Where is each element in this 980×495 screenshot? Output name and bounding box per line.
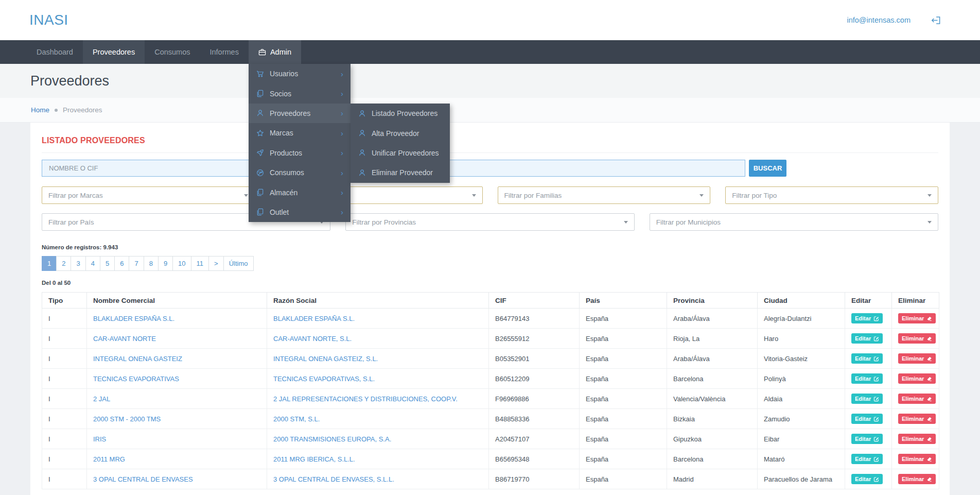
table-row: IIRIS2000 TRANSMISIONES EUROPA, S.A.A204…: [42, 429, 939, 449]
delete-button[interactable]: Eliminar: [898, 394, 936, 404]
cell-razon-social: CAR-AVANT NORTE, S.L.: [267, 329, 489, 349]
page-last[interactable]: Último: [223, 256, 254, 271]
filter-marcas[interactable]: Filtrar por Marcas: [42, 186, 255, 204]
nav-item-proveedores[interactable]: Proveedores: [83, 40, 145, 64]
delete-button[interactable]: Eliminar: [898, 454, 936, 464]
cell-razon-social-link[interactable]: 2000 TRANSMISIONES EUROPA, S.A.: [273, 435, 391, 443]
eraser-icon: [926, 476, 932, 482]
cell-nombre-comercial-link[interactable]: 3 OPAL CENTRAL DE ENVASES: [93, 475, 193, 483]
edit-button[interactable]: Editar: [851, 474, 883, 484]
caret-down-icon: [927, 194, 932, 197]
cell-razon-social-link[interactable]: BLAKLADER ESPAÑA S.L.: [273, 315, 355, 322]
delete-button[interactable]: Eliminar: [898, 313, 936, 323]
cell-razon-social-link[interactable]: 3 OPAL CENTRAL DE ENVASES, S.L.L.: [273, 475, 394, 483]
cell-razon-social-link[interactable]: 2011 MRG IBERICA, S.L.L.: [273, 455, 355, 463]
filter-familias[interactable]: Filtrar por Familias: [498, 186, 711, 204]
edit-button[interactable]: Editar: [851, 333, 883, 344]
cell-nombre-comercial-link[interactable]: 2000 STM - 2000 TMS: [93, 415, 161, 423]
page-6[interactable]: 6: [114, 256, 129, 271]
page-10[interactable]: 10: [172, 256, 191, 271]
delete-button[interactable]: Eliminar: [898, 353, 936, 364]
filter-provincias[interactable]: Filtrar por Provincias: [345, 213, 634, 231]
delete-button[interactable]: Eliminar: [898, 414, 936, 424]
nav-item-informes[interactable]: Informes: [200, 40, 248, 64]
edit-button[interactable]: Editar: [851, 353, 883, 364]
search-button[interactable]: BUSCAR: [749, 160, 786, 177]
copy-icon: [256, 189, 265, 196]
filter-tipo[interactable]: Filtrar por Tipo: [725, 186, 938, 204]
cell-nombre-comercial: 2 JAL: [87, 389, 267, 409]
page-4[interactable]: 4: [85, 256, 100, 271]
user-email: info@intensas.com: [847, 16, 911, 24]
page-2[interactable]: 2: [56, 256, 71, 271]
cell-razon-social-link[interactable]: CAR-AVANT NORTE, S.L.: [273, 335, 352, 343]
page-next[interactable]: >: [208, 256, 224, 271]
page-7[interactable]: 7: [129, 256, 144, 271]
cell-razon-social-link[interactable]: 2000 STM, S.L.: [273, 415, 320, 423]
menu-item-socios[interactable]: Socios›: [249, 83, 351, 103]
delete-button[interactable]: Eliminar: [898, 474, 936, 484]
menu-item-proveedores[interactable]: Proveedores›: [249, 104, 351, 123]
nav-item-dashboard[interactable]: Dashboard: [27, 40, 83, 64]
cell-nombre-comercial-link[interactable]: 2 JAL: [93, 395, 110, 403]
providers-table: TipoNombre ComercialRazón SocialCIFPaísP…: [42, 292, 939, 489]
column-header-cif: CIF: [489, 293, 580, 309]
delete-button[interactable]: Eliminar: [898, 333, 936, 344]
cell-razon-social-link[interactable]: 2 JAL REPRESENTACIONES Y DISTRIBUCIONES,…: [273, 395, 458, 403]
copy-icon: [256, 208, 265, 216]
menu-item-consumos[interactable]: Consumos›: [249, 163, 351, 182]
edit-button[interactable]: Editar: [851, 373, 883, 384]
menu-item-outlet[interactable]: Outlet›: [249, 202, 351, 222]
app-logo[interactable]: INASI: [29, 12, 68, 28]
edit-button[interactable]: Editar: [851, 414, 883, 424]
filter-municipios[interactable]: Filtrar por Municipios: [650, 213, 938, 231]
submenu-item-listado-proveedores[interactable]: Listado Proveedores: [351, 104, 450, 123]
edit-button[interactable]: Editar: [851, 454, 883, 464]
cell-provincia: Gipuzkoa: [667, 429, 758, 449]
cell-razon-social-link[interactable]: INTEGRAL ONENA GASTEIZ, S.L.: [273, 355, 378, 363]
cell-nombre-comercial-link[interactable]: BLAKLADER ESPAÑA S.L.: [93, 315, 174, 322]
cell-nombre-comercial-link[interactable]: TECNICAS EVAPORATIVAS: [93, 375, 179, 383]
nav-item-label: Proveedores: [93, 48, 135, 56]
delete-button[interactable]: Eliminar: [898, 434, 936, 444]
page-11[interactable]: 11: [191, 256, 209, 271]
delete-button[interactable]: Eliminar: [898, 373, 936, 384]
nav-item-consumos[interactable]: Consumos: [145, 40, 200, 64]
delete-button-label: Eliminar: [902, 335, 924, 342]
cell-nombre-comercial-link[interactable]: INTEGRAL ONENA GASTEIZ: [93, 355, 182, 363]
cell-ciudad: Mataró: [758, 449, 845, 469]
logout-icon[interactable]: [931, 15, 941, 25]
edit-button[interactable]: Editar: [851, 394, 883, 404]
edit-icon: [873, 416, 879, 422]
cell-nombre-comercial-link[interactable]: IRIS: [93, 435, 106, 443]
edit-button[interactable]: Editar: [851, 313, 883, 323]
menu-item-usuarios[interactable]: Usuarios›: [249, 64, 351, 83]
menu-item-marcas[interactable]: Marcas›: [249, 123, 351, 143]
menu-item-almacen[interactable]: Almacén›: [249, 182, 351, 202]
submenu-item-alta-proveedor[interactable]: Alta Proveedor: [351, 123, 450, 143]
menu-item-productos[interactable]: Productos›: [249, 143, 351, 163]
page-5[interactable]: 5: [100, 256, 115, 271]
page-9[interactable]: 9: [158, 256, 173, 271]
submenu-item-unificar-proveedores[interactable]: Unificar Proveedores: [351, 143, 450, 163]
edit-button[interactable]: Editar: [851, 434, 883, 444]
cell-editar: Editar: [845, 309, 892, 329]
nav-item-admin[interactable]: AdminUsuarios›Socios›Proveedores›Marcas›…: [249, 40, 301, 64]
page-1[interactable]: 1: [42, 256, 57, 271]
cell-nombre-comercial-link[interactable]: 2011 MRG: [93, 455, 125, 463]
page-8[interactable]: 8: [144, 256, 159, 271]
cell-editar: Editar: [845, 469, 892, 489]
submenu-item-eliminar-proveedor[interactable]: Eliminar Proveedor: [351, 163, 450, 182]
chevron-right-icon: ›: [341, 109, 343, 117]
cell-nombre-comercial: 2011 MRG: [87, 449, 267, 469]
filter-label: Filtrar por Provincias: [352, 218, 416, 226]
app: INASI info@intensas.com DashboardProveed…: [0, 0, 980, 495]
cell-editar: Editar: [845, 329, 892, 349]
cell-provincia: Barcelona: [667, 449, 758, 469]
cell-eliminar: Eliminar: [892, 309, 939, 329]
page-3[interactable]: 3: [71, 256, 85, 271]
cell-razon-social-link[interactable]: TECNICAS EVAPORATIVAS, S.L.: [273, 375, 375, 383]
cell-nombre-comercial-link[interactable]: CAR-AVANT NORTE: [93, 335, 156, 343]
cell-razon-social: 2000 TRANSMISIONES EUROPA, S.A.: [267, 429, 489, 449]
breadcrumb-home-link[interactable]: Home: [31, 106, 49, 114]
